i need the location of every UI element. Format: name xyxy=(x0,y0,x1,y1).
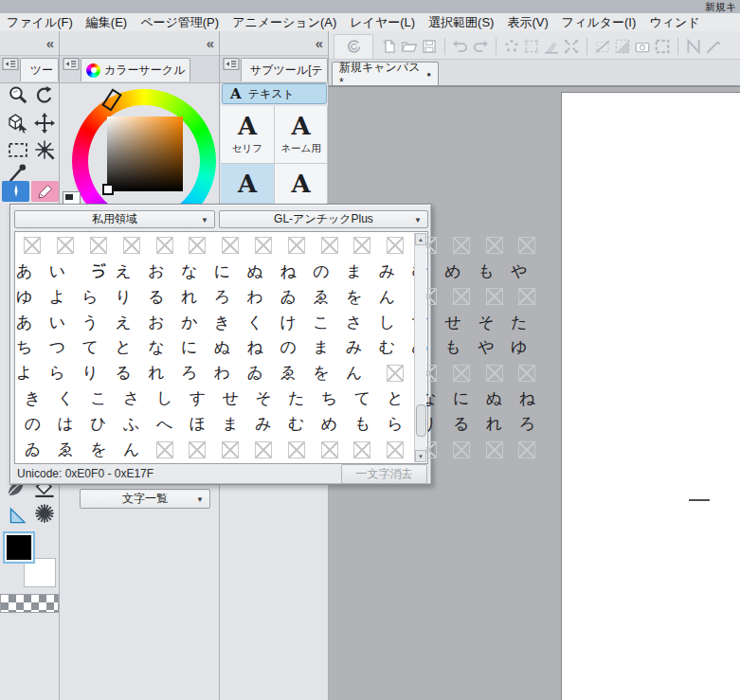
char-cell[interactable]: ゐ xyxy=(16,437,49,462)
char-cell[interactable]: く゚ xyxy=(247,310,280,335)
selection-tool[interactable] xyxy=(8,139,28,160)
auto-select-tool[interactable] xyxy=(34,139,55,160)
canvas-tab[interactable]: 新規キャンバス* ● xyxy=(332,62,439,85)
char-cell[interactable]: み゙ xyxy=(379,259,412,284)
menu-item[interactable]: 表示(V) xyxy=(500,14,554,31)
char-cell[interactable]: と゚ xyxy=(115,335,148,361)
canvas-document[interactable] xyxy=(561,92,740,700)
char-cell[interactable] xyxy=(280,233,313,259)
char-cell[interactable]: ぬ゚ xyxy=(214,335,247,361)
color-panel-collapse-bar[interactable]: « xyxy=(60,31,219,56)
char-cell[interactable] xyxy=(49,233,82,259)
char-cell[interactable]: ゑ゚ xyxy=(280,360,313,386)
char-cell[interactable] xyxy=(247,233,280,259)
erase-selection-icon[interactable] xyxy=(523,38,540,55)
char-cell[interactable]: ち xyxy=(313,386,346,411)
char-list-dropdown[interactable]: 文字一覧 ▼ xyxy=(80,489,210,509)
char-cell[interactable]: て xyxy=(346,386,379,411)
tool-panel-collapse-bar[interactable]: « xyxy=(0,31,59,56)
menu-item[interactable]: ファイル(F) xyxy=(0,14,80,31)
clip-studio-logo-button[interactable] xyxy=(334,34,373,60)
char-cell[interactable]: み゚ xyxy=(346,335,379,361)
subtool-group-text[interactable]: A テキスト xyxy=(222,83,327,104)
char-cell[interactable]: や゚ xyxy=(478,335,511,361)
char-cell[interactable]: ら゚ xyxy=(49,360,82,386)
subtool-panel-collapse-bar[interactable]: « xyxy=(220,31,328,56)
char-cell[interactable]: す xyxy=(181,386,214,411)
subtool-item-セリフ[interactable]: Aセリフ xyxy=(221,106,275,164)
char-cell[interactable]: に゚ xyxy=(181,335,214,361)
scrollbar[interactable]: ▲ ▼ xyxy=(414,233,426,462)
char-cell[interactable]: も゙ xyxy=(478,259,511,284)
char-cell[interactable]: ん゙ xyxy=(379,284,412,310)
char-cell[interactable]: な゙ xyxy=(181,259,214,284)
char-cell[interactable]: る゙ xyxy=(148,284,181,310)
char-cell[interactable]: う゚ xyxy=(82,310,116,335)
char-cell[interactable]: ゑ xyxy=(49,437,82,462)
char-cell[interactable]: ま゚ xyxy=(313,335,346,361)
char-cell[interactable] xyxy=(214,437,247,462)
pencil-tool[interactable] xyxy=(31,181,59,202)
char-cell[interactable]: を xyxy=(82,437,116,462)
char-cell[interactable] xyxy=(444,284,478,310)
menu-item[interactable]: アニメーション(A) xyxy=(226,14,343,31)
panel-menu-icon[interactable] xyxy=(2,56,19,72)
char-cell[interactable]: さ゚ xyxy=(346,310,379,335)
char-cell[interactable] xyxy=(181,437,214,462)
char-cell[interactable]: ま゙ xyxy=(346,259,379,284)
char-cell[interactable]: の゙ xyxy=(313,259,346,284)
tab-tool[interactable]: ツー xyxy=(20,58,59,81)
menu-item[interactable]: ウィンド xyxy=(642,14,706,31)
char-cell[interactable]: て゚ xyxy=(82,335,116,361)
char-cell[interactable] xyxy=(214,233,247,259)
char-cell[interactable]: え゚ xyxy=(115,310,148,335)
scrollbar-thumb[interactable] xyxy=(416,404,426,437)
char-cell[interactable]: し xyxy=(148,386,181,411)
char-cell[interactable]: ね゚ xyxy=(247,335,280,361)
char-cell[interactable] xyxy=(148,437,181,462)
char-cell[interactable] xyxy=(379,233,412,259)
figure-tool[interactable] xyxy=(8,505,28,526)
char-cell[interactable]: わ゚ xyxy=(214,360,247,386)
panel-menu-icon[interactable] xyxy=(63,56,80,72)
char-cell[interactable] xyxy=(280,437,313,462)
transform-icon[interactable] xyxy=(563,38,580,55)
char-cell[interactable]: ら゙ xyxy=(82,284,116,310)
collapse-icon[interactable]: « xyxy=(316,35,323,51)
char-cell[interactable]: ま xyxy=(214,411,247,437)
decoration-tool[interactable] xyxy=(34,503,55,524)
char-cell[interactable]: た xyxy=(280,386,313,411)
char-cell[interactable]: ち゚ xyxy=(16,335,49,361)
char-cell[interactable]: に゙ xyxy=(214,259,247,284)
char-cell[interactable]: も xyxy=(346,411,379,437)
char-cell[interactable]: ふ xyxy=(115,411,148,437)
char-cell[interactable]: る゚ xyxy=(115,360,148,386)
char-cell[interactable]: ほ xyxy=(181,411,214,437)
undo-icon[interactable] xyxy=(452,38,469,55)
char-cell[interactable]: ゆ゚ xyxy=(511,335,544,361)
tab-color-wheel[interactable]: カラーサークル xyxy=(81,58,190,81)
char-cell[interactable] xyxy=(478,284,511,310)
main-color-swatch[interactable] xyxy=(5,533,33,562)
erase-icon[interactable] xyxy=(503,38,520,55)
unicode-block-dropdown[interactable]: 私用領域 ▼ xyxy=(14,210,215,228)
char-cell[interactable] xyxy=(247,437,280,462)
sv-marker[interactable] xyxy=(102,184,114,195)
char-cell[interactable]: き゚ xyxy=(214,310,247,335)
char-cell[interactable]: そ゚ xyxy=(478,310,511,335)
char-cell[interactable]: を゙ xyxy=(346,284,379,310)
char-cell[interactable]: か゚ xyxy=(181,310,214,335)
char-cell[interactable]: せ゚ xyxy=(444,310,478,335)
char-cell[interactable]: え゙ xyxy=(115,259,148,284)
char-cell[interactable]: へ xyxy=(148,411,181,437)
char-cell[interactable]: さ xyxy=(115,386,148,411)
char-cell[interactable]: よ゚ xyxy=(16,360,49,386)
char-cell[interactable]: ら xyxy=(379,411,412,437)
pen-partial-icon[interactable] xyxy=(705,38,722,55)
panel-menu-icon[interactable] xyxy=(223,56,240,72)
char-cell[interactable] xyxy=(444,437,478,462)
deselect-icon[interactable] xyxy=(594,38,611,55)
char-cell[interactable]: ひ xyxy=(82,411,116,437)
char-cell[interactable] xyxy=(148,233,181,259)
subtool-item-ネーム用[interactable]: Aネーム用 xyxy=(275,106,328,164)
